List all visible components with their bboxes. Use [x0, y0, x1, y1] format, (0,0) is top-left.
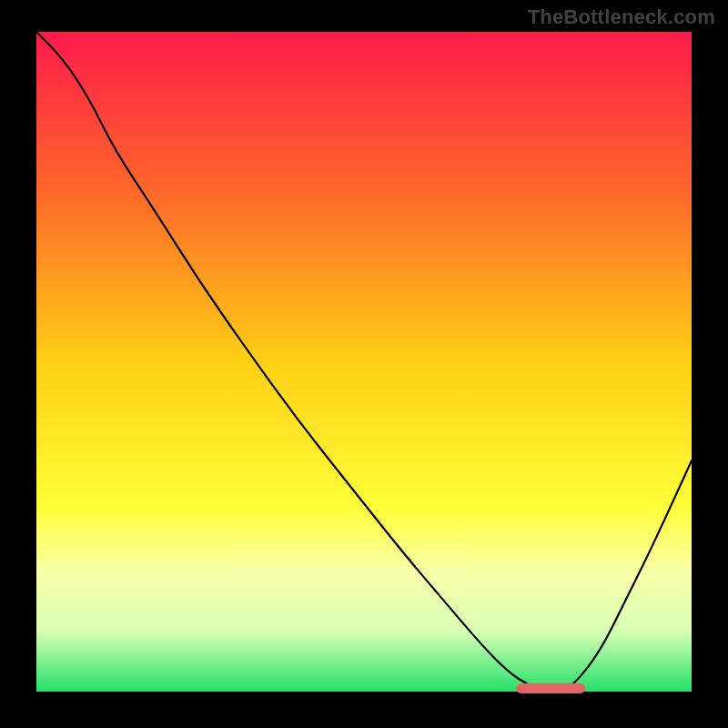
bottleneck-chart	[0, 0, 728, 728]
watermark-text: TheBottleneck.com	[528, 5, 715, 29]
plot-background	[36, 32, 692, 692]
chart-stage: TheBottleneck.com	[0, 0, 728, 728]
